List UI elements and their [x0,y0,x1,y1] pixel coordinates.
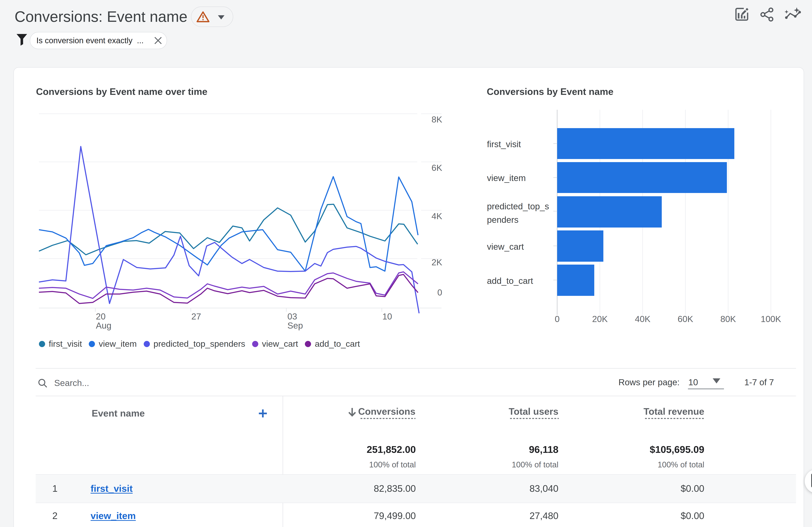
svg-text:100K: 100K [761,314,781,324]
svg-text:view_cart: view_cart [487,242,524,252]
svg-text:predicted_top_s: predicted_top_s [487,201,549,211]
svg-text:2K: 2K [432,257,442,267]
svg-text:20: 20 [96,312,105,321]
svg-text:0: 0 [437,288,442,297]
svg-text:60K: 60K [678,314,693,324]
svg-text:27: 27 [191,312,201,321]
svg-text:20K: 20K [592,314,608,324]
svg-text:first_visit: first_visit [487,139,521,149]
svg-text:0: 0 [555,314,560,324]
svg-text:Sep: Sep [287,321,303,330]
svg-text:Aug: Aug [96,321,111,330]
svg-text:add_to_cart: add_to_cart [487,276,533,286]
svg-text:view_item: view_item [487,173,526,183]
svg-text:penders: penders [487,215,518,225]
svg-text:40K: 40K [635,314,650,324]
svg-text:4K: 4K [432,211,442,221]
svg-text:6K: 6K [432,163,442,172]
svg-text:10: 10 [382,312,392,321]
svg-text:8K: 8K [432,115,442,124]
svg-text:80K: 80K [720,314,736,324]
svg-text:03: 03 [287,312,297,321]
